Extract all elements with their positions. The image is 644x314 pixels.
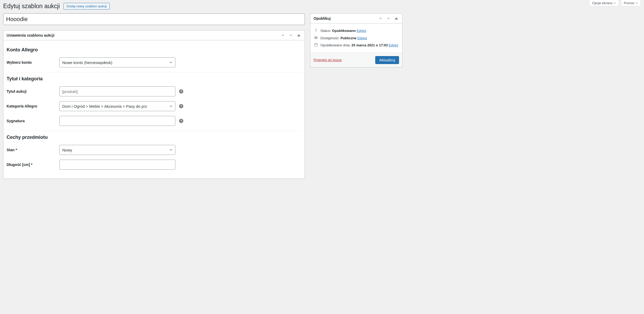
publish-postbox: Opublikuj [310,13,402,67]
auction-title-input[interactable] [59,86,175,96]
length-input[interactable] [59,160,175,170]
visibility-row: Dostępność: Publiczne Edytuj [320,36,367,41]
published-date-row: Opublikowano dnia: 25 marca 2021 o 17:03… [320,43,398,48]
help-icon[interactable]: ? [179,119,183,123]
edit-visibility-link[interactable]: Edytuj [357,36,367,40]
update-button[interactable]: Aktualizuj [375,56,399,64]
auction-title-label: Tytuł aukcji [7,89,59,94]
condition-dropdown[interactable]: Nowy [59,145,175,155]
allegro-category-label: Kategoria Allegro [7,104,59,108]
help-icon[interactable]: ? [179,89,183,94]
chevron-down-icon [289,33,293,37]
status-row: Status: Opublikowano Edytuj [320,28,366,33]
panel-toggle-button[interactable] [393,15,400,22]
edit-status-link[interactable]: Edytuj [357,29,366,33]
section-heading-features: Cechy przedmiotu [7,135,301,140]
panel-move-up-button[interactable] [279,32,287,39]
section-heading-account: Konto Allegro [7,47,301,53]
settings-postbox-title: Ustawienia szablonu aukcji [3,31,57,40]
eye-icon [314,36,318,40]
select-account-label: Wybierz konto [7,60,59,65]
signature-label: Sygnatura [7,119,59,123]
page-title: Edytuj szablon aukcji [3,3,60,10]
panel-move-down-button[interactable] [385,15,392,22]
select-account-dropdown[interactable]: Nowe konto (heroeswpdesk) [59,57,175,67]
move-to-trash-link[interactable]: Przenieś do kosza [314,58,342,62]
panel-move-down-button[interactable] [287,32,295,39]
publish-postbox-title: Opublikuj [310,14,334,23]
edit-date-link[interactable]: Edytuj [389,43,398,47]
condition-label: Stan * [7,148,59,152]
allegro-category-dropdown[interactable]: Dom i Ogród > Meble > Akcesoria > Pasy d… [59,101,175,111]
triangle-up-icon [395,17,398,19]
chevron-up-icon [281,33,285,37]
chevron-down-icon [387,17,390,20]
signature-input[interactable] [59,116,175,126]
calendar-icon [314,43,318,47]
add-new-button[interactable]: Dodaj nowy szablon aukcji [64,3,110,9]
triangle-up-icon [297,34,300,36]
panel-toggle-button[interactable] [295,32,302,39]
post-title-input[interactable] [3,13,305,25]
length-label: Długość [cm] * [7,163,59,167]
panel-move-up-button[interactable] [377,15,384,22]
settings-postbox: Ustawienia szablonu aukcji [3,30,305,179]
help-icon[interactable]: ? [179,104,183,108]
chevron-up-icon [379,17,382,20]
pin-icon [314,28,318,32]
section-heading-title-category: Tytuł i kategoria [7,76,301,82]
